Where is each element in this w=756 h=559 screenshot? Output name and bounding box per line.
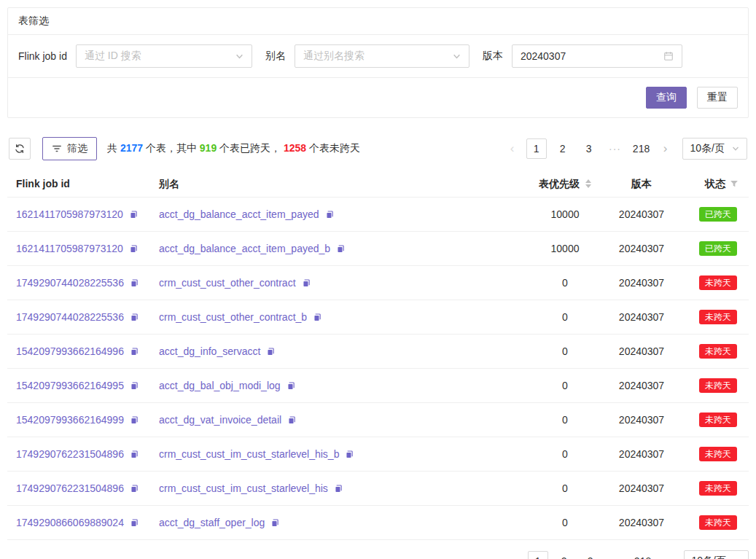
table-row: 1749290866069889024 acct_dg_staff_oper_l…: [7, 506, 749, 540]
chevron-down-icon: [453, 52, 461, 60]
alias-placeholder: 通过别名搜索: [303, 50, 365, 63]
flink-job-id-link[interactable]: 1749290744028225536: [16, 277, 124, 289]
copy-icon[interactable]: [130, 484, 139, 493]
copy-icon[interactable]: [287, 381, 296, 391]
page-size-select[interactable]: 10条/页: [682, 138, 747, 160]
alias-link[interactable]: crm_cust_cust_im_cust_starlevel_his: [159, 482, 328, 494]
copy-icon[interactable]: [130, 347, 139, 356]
alias-link[interactable]: acct_dg_balance_acct_item_payed_b: [159, 243, 330, 254]
flink-job-id-select[interactable]: 通过 ID 搜索: [76, 44, 252, 68]
page-button-2[interactable]: 2: [554, 551, 574, 559]
flink-job-id-link[interactable]: 1621411705987973120: [16, 243, 123, 254]
alias-link[interactable]: crm_cust_cust_other_contract_b: [159, 311, 307, 323]
priority-cell: 10000: [523, 198, 607, 232]
page-button-3[interactable]: 3: [579, 138, 599, 159]
summary-suffix: 个表未跨天: [306, 142, 360, 154]
flink-job-id-link[interactable]: 1542097993662164999: [16, 414, 124, 426]
alias-link[interactable]: acct_dg_balance_acct_item_payed: [159, 208, 319, 220]
pagination-bottom: ‹123···218›10条/页: [506, 550, 749, 559]
priority-cell: 0: [523, 335, 607, 369]
copy-icon[interactable]: [130, 313, 139, 322]
status-badge: 未跨天: [699, 515, 737, 530]
table-row: 1749290744028225536 crm_cust_cust_other_…: [7, 266, 749, 300]
copy-icon[interactable]: [130, 450, 139, 459]
table-row: 1542097993662164995 acct_dg_bal_obj_modi…: [7, 369, 749, 403]
copy-icon[interactable]: [130, 415, 139, 425]
copy-icon[interactable]: [302, 278, 311, 288]
flink-job-id-link[interactable]: 1749290744028225536: [16, 311, 124, 323]
copy-icon[interactable]: [266, 347, 276, 356]
version-date-input[interactable]: 20240307: [512, 44, 682, 68]
copy-icon[interactable]: [336, 244, 346, 254]
copy-icon[interactable]: [130, 381, 139, 391]
copy-icon[interactable]: [313, 313, 322, 322]
flink-job-id-link[interactable]: 1749290866069889024: [16, 517, 124, 528]
query-button[interactable]: 查询: [646, 87, 687, 109]
alias-link[interactable]: acct_dg_info_servacct: [159, 345, 260, 357]
page-button-218[interactable]: 218: [631, 138, 652, 159]
flink-job-id-link[interactable]: 1621411705987973120: [16, 208, 123, 220]
summary-prefix: 共: [107, 142, 120, 154]
prev-page-button[interactable]: ‹: [506, 551, 522, 559]
table-row: 1542097993662164996 acct_dg_info_servacc…: [7, 335, 749, 369]
version-cell: 20240307: [607, 335, 676, 369]
sort-icon[interactable]: [585, 179, 591, 188]
flink-job-id-link[interactable]: 1749290762231504896: [16, 448, 124, 460]
status-filter-icon[interactable]: [730, 179, 739, 188]
filter-toggle-label: 筛选: [67, 142, 87, 155]
page-button-2[interactable]: 2: [553, 138, 573, 159]
refresh-icon: [15, 144, 25, 154]
calendar-icon: [663, 51, 674, 61]
alias-link[interactable]: acct_dg_vat_invoice_detail: [159, 414, 281, 426]
filter-lines-icon: [52, 144, 62, 154]
page-button-1[interactable]: 1: [526, 138, 547, 159]
priority-cell: 0: [523, 369, 607, 403]
filter-actions: 查询 重置: [8, 78, 748, 117]
column-header-alias: 别名: [159, 178, 179, 189]
copy-icon[interactable]: [129, 244, 139, 254]
copy-icon[interactable]: [345, 450, 354, 459]
toolbar: 筛选 共 2177 个表，其中 919 个表已跨天， 1258 个表未跨天 ‹1…: [7, 137, 749, 160]
copy-icon[interactable]: [287, 415, 297, 425]
next-page-button[interactable]: ›: [659, 551, 675, 559]
copy-icon[interactable]: [270, 518, 280, 528]
status-badge: 未跨天: [699, 481, 737, 496]
column-header-flink-job-id: Flink job id: [16, 178, 70, 189]
refresh-button[interactable]: [9, 138, 31, 160]
filter-card: 表筛选 Flink job id 通过 ID 搜索 别名 通过别名搜索 版本: [7, 7, 749, 118]
page-button-218[interactable]: 218: [633, 551, 653, 559]
flink-job-id-link[interactable]: 1542097993662164995: [16, 380, 124, 391]
table-header: Flink job id 别名 表优先级 版本 状态: [7, 171, 749, 198]
prev-page-button[interactable]: ‹: [504, 138, 521, 159]
page-button-1[interactable]: 1: [528, 551, 548, 559]
summary-uncrossed: 1258: [284, 142, 306, 154]
chevron-down-icon: [732, 145, 739, 152]
copy-icon[interactable]: [334, 484, 343, 493]
copy-icon[interactable]: [325, 210, 335, 219]
alias-select[interactable]: 通过别名搜索: [295, 44, 469, 68]
pagination-bottom-wrapper: ‹123···218›10条/页: [7, 550, 749, 559]
copy-icon[interactable]: [130, 278, 139, 288]
version-cell: 20240307: [607, 437, 676, 472]
copy-icon[interactable]: [130, 518, 139, 528]
alias-link[interactable]: crm_cust_cust_other_contract: [159, 277, 296, 289]
page-ellipsis[interactable]: ···: [605, 138, 626, 159]
page-ellipsis[interactable]: ···: [607, 551, 627, 559]
flink-job-id-label: Flink job id: [18, 50, 67, 62]
status-badge: 已跨天: [699, 241, 737, 256]
filter-toggle-button[interactable]: 筛选: [42, 137, 97, 160]
page-size-select[interactable]: 10条/页: [684, 550, 749, 559]
flink-job-id-link[interactable]: 1542097993662164996: [16, 345, 124, 357]
version-cell: 20240307: [607, 506, 676, 540]
reset-button[interactable]: 重置: [697, 87, 738, 109]
page-button-3[interactable]: 3: [580, 551, 601, 559]
copy-icon[interactable]: [129, 210, 139, 219]
version-field: 版本 20240307: [483, 44, 682, 68]
page: 表筛选 Flink job id 通过 ID 搜索 别名 通过别名搜索 版本: [0, 0, 756, 559]
alias-link[interactable]: acct_dg_staff_oper_log: [159, 517, 265, 528]
flink-job-id-link[interactable]: 1749290762231504896: [16, 482, 124, 494]
column-header-priority: 表优先级: [539, 178, 580, 189]
next-page-button[interactable]: ›: [658, 138, 674, 159]
alias-link[interactable]: crm_cust_cust_im_cust_starlevel_his_b: [159, 448, 339, 460]
alias-link[interactable]: acct_dg_bal_obj_modi_log: [159, 380, 281, 391]
